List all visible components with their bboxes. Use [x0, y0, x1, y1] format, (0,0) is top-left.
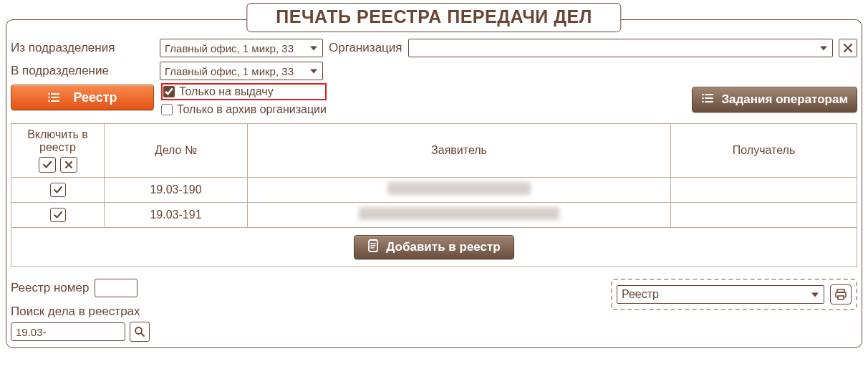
table-row[interactable]: 19.03-190 — [11, 178, 857, 203]
svg-line-17 — [141, 333, 144, 336]
from-dept-value: Главный офис, 1 микр, 33 — [165, 42, 294, 54]
applicant-cell — [248, 178, 671, 203]
org-clear-button[interactable] — [839, 39, 857, 57]
only-issue-label: Только на выдачу — [179, 85, 274, 98]
print-reestr-value: Реестр — [622, 288, 659, 301]
row-checkbox[interactable] — [50, 183, 66, 197]
print-reestr-select[interactable]: Реестр — [617, 285, 824, 304]
recipient-cell — [671, 178, 857, 203]
search-icon — [134, 326, 145, 337]
page-title: ПЕЧАТЬ РЕЕСТРА ПЕРЕДАЧИ ДЕЛ — [246, 3, 621, 32]
document-icon — [367, 239, 379, 256]
svg-point-10 — [703, 97, 705, 99]
reestr-button-label: Реестр — [73, 90, 117, 105]
table-row[interactable]: 19.03-191 — [11, 203, 857, 228]
close-icon — [843, 43, 853, 53]
case-no-cell: 19.03-190 — [105, 178, 248, 203]
applicant-cell — [248, 203, 671, 228]
only-archive-checkbox[interactable]: Только в архив организации — [161, 103, 327, 116]
to-dept-value: Главный офис, 1 микр, 33 — [165, 65, 294, 77]
reestr-num-input[interactable] — [95, 279, 138, 297]
svg-point-4 — [49, 97, 51, 99]
to-dept-select[interactable]: Главный офис, 1 микр, 33 — [160, 62, 323, 80]
recipient-cell — [671, 203, 857, 228]
search-button[interactable] — [130, 322, 150, 342]
row-checkbox[interactable] — [50, 208, 66, 222]
select-all-button[interactable] — [39, 157, 56, 173]
list-icon — [701, 92, 714, 107]
close-icon — [64, 160, 73, 169]
check-icon — [42, 160, 52, 169]
reestr-num-label: Реестр номер — [11, 281, 89, 295]
printer-icon — [834, 289, 847, 300]
col-case-no-header: Дело № — [105, 124, 248, 178]
list-icon — [47, 92, 60, 103]
main-panel: Из подразделения Главный офис, 1 микр, 3… — [6, 19, 862, 348]
operator-tasks-button[interactable]: Задания операторам — [692, 87, 857, 112]
to-dept-label: В подразделение — [11, 64, 154, 78]
col-include-label: Включить в реестр — [16, 128, 100, 154]
svg-point-3 — [49, 93, 51, 95]
check-icon — [53, 211, 63, 219]
svg-point-11 — [703, 100, 705, 102]
svg-point-9 — [703, 93, 705, 95]
col-include-header: Включить в реестр — [11, 124, 105, 178]
svg-point-5 — [49, 100, 51, 102]
check-icon — [53, 186, 63, 194]
only-issue-checkbox-input[interactable] — [163, 86, 175, 97]
print-button[interactable] — [830, 284, 852, 304]
search-case-input[interactable] — [11, 322, 125, 341]
col-recipient-header: Получатель — [671, 124, 857, 178]
svg-rect-20 — [838, 296, 844, 299]
org-label: Организация — [329, 41, 402, 55]
only-archive-checkbox-input[interactable] — [161, 104, 173, 115]
from-dept-label: Из подразделения — [11, 41, 154, 55]
add-to-reestr-button[interactable]: Добавить в реестр — [354, 235, 513, 259]
col-applicant-header: Заявитель — [248, 124, 671, 178]
only-archive-label: Только в архив организации — [177, 103, 327, 116]
print-box: Реестр — [611, 279, 857, 310]
reestr-button[interactable]: Реестр — [11, 85, 154, 110]
search-case-label: Поиск дела в реестрах — [11, 304, 150, 319]
operator-tasks-label: Задания операторам — [721, 92, 848, 107]
add-button-label: Добавить в реестр — [386, 240, 500, 254]
cases-table: Включить в реестр Дело № Заявитель Полу — [11, 123, 857, 228]
only-issue-checkbox[interactable]: Только на выдачу — [161, 83, 327, 100]
from-dept-select[interactable]: Главный офис, 1 микр, 33 — [160, 39, 323, 57]
case-no-cell: 19.03-191 — [105, 203, 248, 228]
org-select[interactable] — [408, 39, 833, 57]
deselect-all-button[interactable] — [60, 157, 77, 173]
